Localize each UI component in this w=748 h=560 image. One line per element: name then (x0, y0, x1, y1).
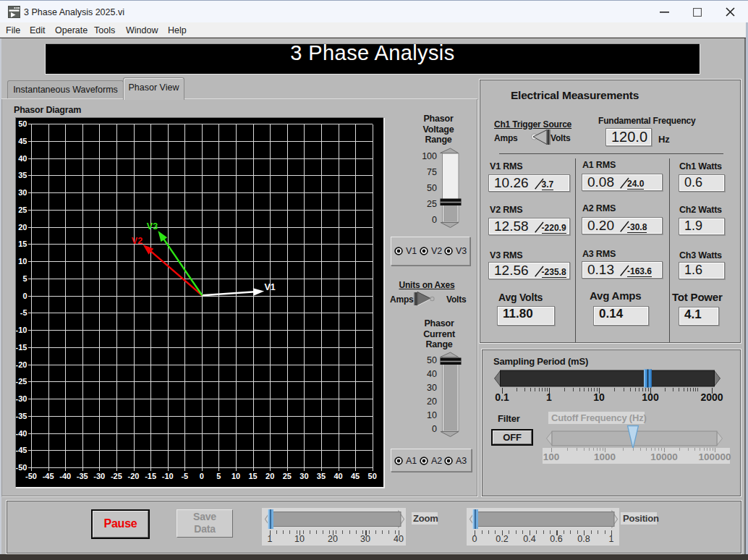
svg-text:20: 20 (18, 223, 27, 232)
svg-text:-45: -45 (43, 472, 54, 480)
svg-text:-10: -10 (162, 472, 174, 480)
svg-text:-35: -35 (16, 412, 27, 420)
svg-text:-35: -35 (77, 472, 88, 480)
svg-text:15: 15 (248, 472, 257, 480)
svg-text:V3: V3 (147, 221, 158, 232)
svg-text:-15: -15 (145, 472, 156, 480)
svg-text:-25: -25 (16, 377, 27, 386)
svg-text:30: 30 (18, 188, 27, 197)
svg-text:-20: -20 (16, 360, 27, 369)
svg-text:-10: -10 (16, 326, 27, 334)
svg-text:-5: -5 (181, 472, 188, 480)
svg-text:25: 25 (18, 205, 27, 214)
svg-text:0: 0 (22, 292, 27, 300)
svg-text:-20: -20 (128, 472, 140, 480)
svg-text:5: 5 (216, 472, 221, 480)
svg-text:-30: -30 (93, 472, 105, 480)
svg-text:-50: -50 (16, 463, 27, 472)
svg-text:45: 45 (351, 472, 360, 480)
svg-text:35: 35 (317, 472, 326, 480)
svg-text:35: 35 (18, 171, 27, 179)
svg-text:-25: -25 (111, 472, 122, 480)
svg-text:50: 50 (18, 119, 27, 128)
svg-text:25: 25 (283, 472, 292, 480)
svg-text:-40: -40 (59, 472, 71, 480)
svg-text:20: 20 (265, 472, 274, 480)
svg-text:0: 0 (200, 472, 204, 480)
svg-text:40: 40 (18, 154, 27, 163)
svg-text:-45: -45 (16, 446, 27, 454)
svg-text:45: 45 (18, 137, 27, 145)
svg-text:10: 10 (231, 472, 240, 480)
svg-text:-15: -15 (16, 343, 27, 352)
svg-text:-30: -30 (16, 394, 27, 403)
svg-text:50: 50 (368, 472, 377, 480)
svg-text:5: 5 (22, 274, 27, 283)
svg-text:-40: -40 (16, 429, 27, 438)
svg-text:-50: -50 (25, 472, 37, 480)
svg-text:40: 40 (333, 472, 342, 480)
svg-text:V2: V2 (132, 236, 143, 246)
svg-text:-5: -5 (20, 308, 27, 317)
svg-text:10: 10 (18, 257, 27, 266)
svg-text:V1: V1 (265, 282, 276, 292)
svg-text:15: 15 (18, 239, 27, 248)
svg-text:30: 30 (299, 472, 308, 480)
